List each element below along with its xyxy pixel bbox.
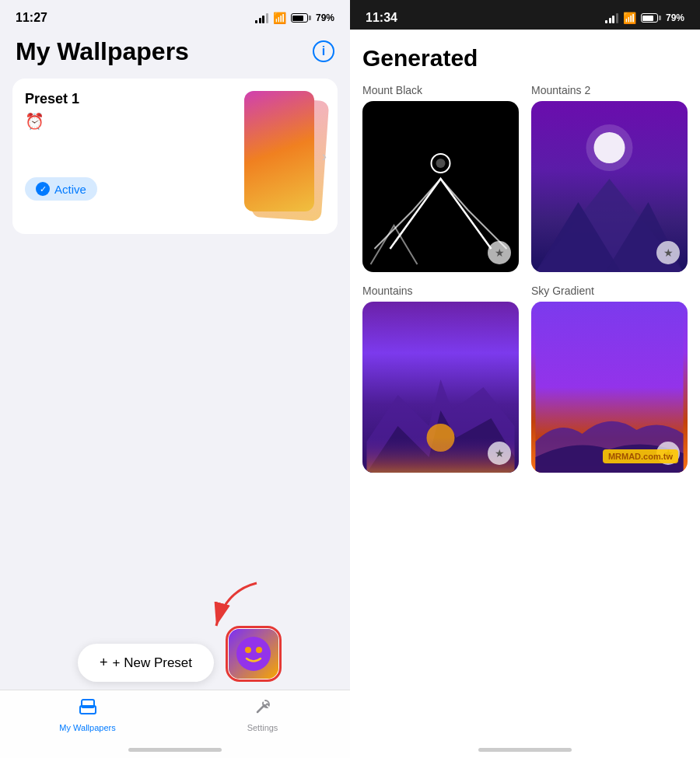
right-content: Generated Mount Black <box>350 30 700 758</box>
battery-percent-right: 79% <box>666 12 684 23</box>
status-bar-right: 11:34 📶 79% <box>350 0 700 30</box>
settings-tab-icon <box>254 698 271 720</box>
wallpaper-label-mountains2: Mountains 2 <box>531 84 688 96</box>
star-button-mountains2[interactable]: ★ <box>656 241 680 264</box>
wallpaper-thumb-mountains2: ★ <box>531 101 688 272</box>
chevron-right-icon: › <box>322 148 327 165</box>
svg-point-11 <box>586 124 633 171</box>
wallpapers-tab-icon <box>79 698 97 720</box>
wallpaper-card-front <box>244 91 314 211</box>
status-icons-left: 📶 79% <box>255 12 334 24</box>
wallpaper-thumb-mount-black: ★ <box>362 101 519 272</box>
signal-icon-right <box>605 13 618 23</box>
new-preset-label: + New Preset <box>113 655 193 671</box>
info-button[interactable]: i <box>313 40 334 62</box>
preset-card[interactable]: Preset 1 ⏰ › ✓ Active <box>12 79 338 234</box>
star-button-mountains[interactable]: ★ <box>488 442 511 465</box>
wallpaper-stack <box>232 91 325 223</box>
right-panel: 11:34 📶 79% Generated Mount Blac <box>350 0 700 758</box>
svg-point-9 <box>436 159 446 168</box>
wifi-icon-right: 📶 <box>623 12 636 24</box>
checkmark-icon: ✓ <box>36 182 50 196</box>
svg-point-3 <box>245 647 251 653</box>
status-bar-left: 11:27 📶 79% <box>0 0 350 30</box>
svg-point-2 <box>236 637 271 671</box>
plus-icon: + <box>100 655 108 671</box>
wallpaper-item-mountains[interactable]: Mountains <box>362 285 519 473</box>
status-time-left: 11:27 <box>16 11 47 25</box>
wallpaper-label-sky-gradient: Sky Gradient <box>531 285 688 297</box>
svg-line-7 <box>257 705 264 712</box>
tab-my-wallpapers[interactable]: My Wallpapers <box>0 698 175 732</box>
status-icons-right: 📶 79% <box>605 12 684 24</box>
home-indicator-left <box>128 748 222 752</box>
tab-label-wallpapers: My Wallpapers <box>59 723 115 732</box>
left-panel: 11:27 📶 79% i My Wallpapers Preset 1 <box>0 0 350 758</box>
wallpaper-item-mount-black[interactable]: Mount Black ★ <box>362 84 519 272</box>
app-icon-highlight[interactable] <box>226 626 282 682</box>
new-preset-button[interactable]: + + New Preset <box>78 644 214 682</box>
wallpaper-label-mount-black: Mount Black <box>362 84 519 96</box>
wallpaper-label-mountains: Mountains <box>362 285 519 297</box>
signal-icon <box>255 13 268 23</box>
page-title: My Wallpapers <box>0 30 350 79</box>
battery-percent-left: 79% <box>316 12 334 23</box>
watermark: MRMAD.com.tw <box>603 449 678 463</box>
home-indicator-right <box>478 748 572 752</box>
status-time-right: 11:34 <box>366 11 397 25</box>
wallpaper-item-mountains2[interactable]: Mountains 2 ★ <box>531 84 688 272</box>
wallpaper-item-sky-gradient[interactable]: Sky Gradient <box>531 285 688 473</box>
active-badge: ✓ Active <box>25 177 97 201</box>
wifi-icon: 📶 <box>273 12 286 24</box>
wallpaper-thumb-sky-gradient: ★ MRMAD.com.tw <box>531 302 688 473</box>
battery-icon-right <box>641 13 661 23</box>
tab-label-settings: Settings <box>247 723 278 732</box>
battery-icon <box>291 13 311 23</box>
svg-point-4 <box>256 647 262 653</box>
wallpaper-thumb-mountains: ★ <box>362 302 519 473</box>
active-label: Active <box>54 183 86 196</box>
tab-settings[interactable]: Settings <box>175 698 350 732</box>
wallpaper-grid: Mount Black ★ <box>362 84 688 473</box>
app-icon <box>229 629 278 679</box>
section-title: Generated <box>362 45 688 72</box>
star-button-mount-black[interactable]: ★ <box>488 241 511 264</box>
